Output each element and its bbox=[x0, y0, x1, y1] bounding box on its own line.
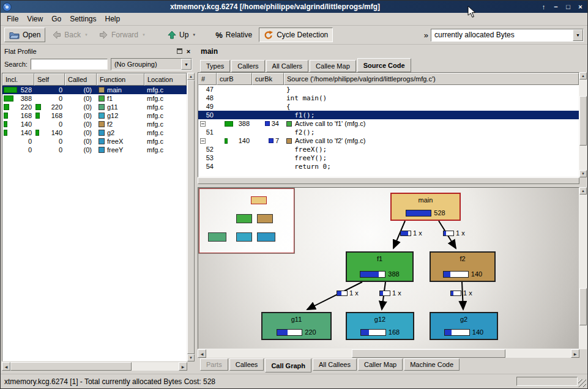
scroll-thumb[interactable] bbox=[10, 362, 132, 371]
flat-profile-hscrollbar[interactable]: ◀ ▶ bbox=[2, 362, 187, 371]
source-row[interactable]: 49 { bbox=[198, 102, 579, 111]
table-row-g11[interactable]: 220 220 (0) g11 mfg.c bbox=[2, 103, 187, 111]
scroll-up-icon[interactable]: ▲ bbox=[579, 72, 587, 80]
menu-go[interactable]: Go bbox=[47, 13, 65, 25]
scroll-left-icon[interactable]: ◀ bbox=[2, 362, 10, 371]
resize-grip[interactable] bbox=[578, 379, 586, 387]
source-row[interactable]: 48 int main() bbox=[198, 94, 579, 102]
column-header-incl[interactable]: Incl. bbox=[2, 73, 34, 86]
tab-all-callees[interactable]: All Callees bbox=[313, 358, 357, 371]
chevron-down-icon[interactable]: ▼ bbox=[573, 29, 583, 41]
scroll-track[interactable] bbox=[579, 194, 587, 350]
scroll-right-icon[interactable]: ▶ bbox=[571, 349, 579, 358]
graph-node-f2[interactable]: f2 140 bbox=[430, 251, 496, 282]
maximize-icon[interactable]: □ bbox=[563, 2, 573, 12]
relative-toggle-button[interactable]: % Relative bbox=[211, 28, 256, 42]
tab-machine-code[interactable]: Machine Code bbox=[404, 358, 460, 371]
graph-vscrollbar[interactable]: ▲ ▼ bbox=[579, 187, 587, 358]
tab-callees[interactable]: Callees bbox=[229, 358, 264, 371]
source-row[interactable]: 52 freeX(); bbox=[198, 145, 579, 154]
grouping-select[interactable]: (No Grouping) ▼ bbox=[111, 58, 192, 70]
scroll-track[interactable] bbox=[206, 349, 571, 358]
column-header-line[interactable]: # bbox=[198, 73, 217, 85]
flat-profile-vscrollbar[interactable]: ▲ ▼ bbox=[187, 73, 195, 361]
source-call-row[interactable]: 388 34 Active call to 'f1' (mfg.c) bbox=[198, 119, 579, 128]
titlebar[interactable]: xtmemory.kcg.6274 [/home/philippe/valgri… bbox=[1, 1, 587, 13]
scroll-up-icon[interactable]: ▲ bbox=[187, 73, 195, 80]
call-graph-canvas[interactable]: main 528 f1 388 f2 140 g11 220 g12 168 g… bbox=[198, 187, 579, 349]
menu-settings[interactable]: Settings bbox=[65, 13, 100, 25]
scroll-thumb[interactable] bbox=[352, 349, 505, 358]
close-panel-icon[interactable]: × bbox=[185, 48, 192, 55]
tab-all-callers[interactable]: All Callers bbox=[266, 60, 309, 72]
source-row[interactable]: 54 return 0; bbox=[198, 162, 579, 171]
column-header-curb[interactable]: curB bbox=[217, 73, 252, 85]
table-row-f1[interactable]: 388 0 (0) f1 mfg.c bbox=[2, 94, 187, 103]
tab-types[interactable]: Types bbox=[200, 60, 230, 72]
graph-node-g12[interactable]: g12 168 bbox=[346, 312, 414, 340]
back-button[interactable]: Back ▼ bbox=[48, 28, 92, 42]
toolbar-overflow-button[interactable]: » bbox=[424, 31, 428, 40]
table-row-f2[interactable]: 140 0 (0) f2 mfg.c bbox=[2, 120, 187, 128]
table-row-freeX[interactable]: 0 0 (0) freeX mfg.c bbox=[2, 137, 187, 146]
edge-label-f1-g11[interactable]: 1 x bbox=[337, 289, 359, 297]
tab-source-code[interactable]: Source Code bbox=[357, 58, 411, 72]
menu-file[interactable]: File bbox=[2, 13, 23, 25]
source-row[interactable]: 51 f2(); bbox=[198, 128, 579, 136]
forward-dropdown-icon[interactable]: ▼ bbox=[142, 33, 146, 37]
table-row-freeY[interactable]: 0 0 (0) freeY mfg.c bbox=[2, 146, 187, 154]
cycle-detection-toggle-button[interactable]: Cycle Detection bbox=[259, 28, 333, 42]
flat-profile-header[interactable]: Flat Profile × bbox=[2, 46, 195, 56]
tab-callee-map[interactable]: Callee Map bbox=[310, 60, 356, 72]
source-hscrollbar[interactable] bbox=[198, 177, 579, 184]
up-button[interactable]: Up ▼ bbox=[163, 28, 200, 42]
tree-expander-icon[interactable] bbox=[200, 121, 206, 127]
back-dropdown-icon[interactable]: ▼ bbox=[84, 33, 88, 37]
search-input[interactable] bbox=[31, 59, 108, 70]
tab-callers[interactable]: Callers bbox=[231, 60, 264, 72]
source-row[interactable]: 53 freeY(); bbox=[198, 154, 579, 162]
source-call-row[interactable]: 140 7 Active call to 'f2' (mfg.c) bbox=[198, 136, 579, 145]
tab-caller-map[interactable]: Caller Map bbox=[358, 358, 403, 371]
scroll-track[interactable] bbox=[187, 80, 195, 354]
up-dropdown-icon[interactable]: ▼ bbox=[192, 33, 196, 37]
graph-node-main[interactable]: main 528 bbox=[390, 193, 461, 221]
float-panel-icon[interactable] bbox=[177, 48, 182, 54]
graph-hscrollbar[interactable]: ◀ ▶ bbox=[198, 349, 579, 358]
scroll-up-icon[interactable]: ▲ bbox=[579, 187, 587, 194]
column-header-curbk[interactable]: curBk bbox=[252, 73, 284, 85]
scroll-thumb[interactable] bbox=[198, 177, 579, 184]
column-header-source[interactable]: Source ('/home/philippe/valgrind/littlep… bbox=[284, 73, 579, 85]
close-icon[interactable]: × bbox=[575, 2, 586, 12]
shade-icon[interactable]: ↑ bbox=[538, 2, 549, 12]
chevron-down-icon[interactable]: ▼ bbox=[181, 59, 192, 70]
column-header-function[interactable]: Function bbox=[97, 73, 144, 86]
scroll-thumb[interactable] bbox=[187, 80, 195, 354]
scroll-down-icon[interactable]: ▼ bbox=[579, 170, 587, 177]
forward-button[interactable]: Forward ▼ bbox=[95, 28, 150, 42]
column-header-self[interactable]: Self bbox=[34, 73, 65, 86]
edge-label-f1-g12[interactable]: 1 x bbox=[379, 289, 401, 297]
event-type-select[interactable]: currently allocated Bytes ▼ bbox=[431, 29, 584, 42]
tree-expander-icon[interactable] bbox=[200, 138, 206, 144]
menu-help[interactable]: Help bbox=[101, 13, 125, 25]
scroll-thumb[interactable] bbox=[579, 96, 587, 146]
scroll-track[interactable] bbox=[10, 362, 179, 371]
menu-view[interactable]: View bbox=[23, 13, 47, 25]
graph-node-g11[interactable]: g11 220 bbox=[261, 312, 332, 340]
graph-node-f1[interactable]: f1 388 bbox=[346, 251, 414, 282]
scroll-track[interactable] bbox=[579, 80, 587, 170]
graph-overview-minimap[interactable] bbox=[199, 188, 294, 253]
source-row[interactable]: 47 } bbox=[198, 85, 579, 94]
table-row-g12[interactable]: 168 168 (0) g12 mfg.c bbox=[2, 111, 187, 120]
scroll-track[interactable] bbox=[198, 177, 579, 184]
column-header-called[interactable]: Called bbox=[65, 73, 97, 86]
scroll-down-icon[interactable]: ▼ bbox=[187, 354, 195, 361]
column-header-location[interactable]: Location bbox=[144, 73, 187, 86]
source-vscrollbar[interactable]: ▲ ▼ bbox=[579, 72, 587, 177]
table-row-g2[interactable]: 140 140 (0) g2 mfg.c bbox=[2, 128, 187, 137]
scroll-thumb[interactable] bbox=[579, 288, 587, 325]
edge-label-f2-g2[interactable]: 1 x bbox=[450, 289, 472, 297]
edge-label-main-f2[interactable]: 1 x bbox=[443, 229, 465, 237]
scroll-right-icon[interactable]: ▶ bbox=[179, 362, 187, 371]
